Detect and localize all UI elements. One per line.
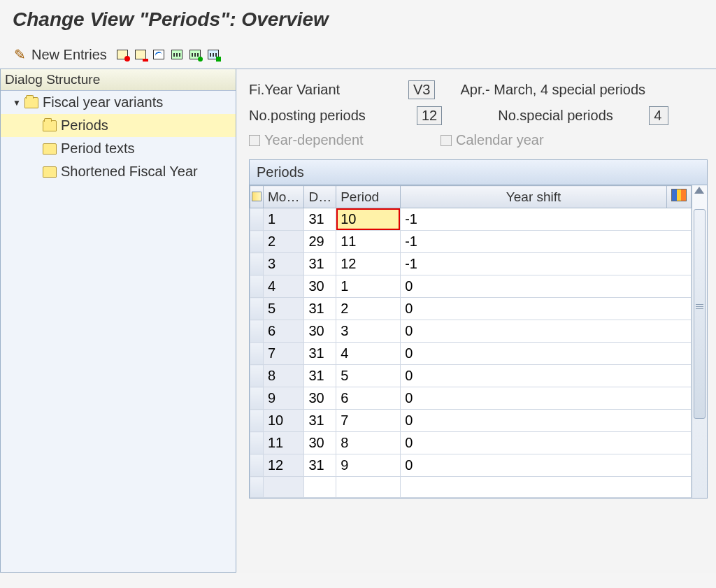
cell-day[interactable]: 30: [304, 275, 336, 298]
cell-period[interactable]: 10: [336, 208, 401, 231]
cell-month[interactable]: 7: [264, 343, 304, 365]
table-row[interactable]: 73140: [250, 343, 692, 365]
cell-period[interactable]: 9: [336, 454, 401, 477]
cell-month[interactable]: 3: [264, 253, 304, 275]
tree-child-node[interactable]: Shortened Fiscal Year: [1, 160, 236, 183]
table-row[interactable]: 83150: [250, 365, 692, 387]
cell-yearshift[interactable]: 0: [401, 298, 692, 320]
column-header-month[interactable]: Mo…: [264, 186, 304, 208]
undo-icon[interactable]: [152, 48, 166, 62]
table-row[interactable]: 33112-1: [250, 253, 692, 275]
tree-child-node[interactable]: Period texts: [1, 137, 236, 160]
cell-yearshift[interactable]: -1: [401, 231, 692, 253]
cell-period[interactable]: 3: [336, 320, 401, 343]
cell-period[interactable]: 1: [336, 275, 401, 298]
scrollbar-thumb[interactable]: [694, 209, 706, 419]
table-row[interactable]: 103170: [250, 410, 692, 432]
cell-yearshift[interactable]: 0: [401, 320, 692, 343]
cell-period[interactable]: 8: [336, 432, 401, 454]
scroll-up-icon[interactable]: [694, 187, 704, 194]
row-selector[interactable]: [250, 208, 264, 231]
cell-yearshift[interactable]: 0: [401, 432, 692, 454]
cell-day[interactable]: 31: [304, 208, 336, 231]
select-all-icon[interactable]: [170, 48, 184, 62]
cell-yearshift[interactable]: 0: [401, 343, 692, 365]
cell-yearshift[interactable]: -1: [401, 208, 692, 231]
row-selector[interactable]: [250, 387, 264, 410]
edit-icon[interactable]: ✎: [14, 46, 26, 63]
cell-day[interactable]: 31: [304, 454, 336, 477]
table-row[interactable]: 13110-1: [250, 208, 692, 231]
cell-yearshift[interactable]: 0: [401, 454, 692, 477]
cell-day[interactable]: 31: [304, 410, 336, 432]
cell-period[interactable]: 7: [336, 410, 401, 432]
cell-month[interactable]: 4: [264, 275, 304, 298]
deselect-all-icon[interactable]: [206, 48, 220, 62]
cell-day[interactable]: 31: [304, 253, 336, 275]
cell-yearshift[interactable]: -1: [401, 253, 692, 275]
cell-period[interactable]: [336, 477, 401, 498]
vertical-scrollbar[interactable]: [692, 185, 707, 498]
cell-month[interactable]: 1: [264, 208, 304, 231]
table-row[interactable]: 43010: [250, 275, 692, 298]
cell-period[interactable]: 4: [336, 343, 401, 365]
column-header-period[interactable]: Period: [336, 186, 401, 208]
table-row-empty[interactable]: [250, 477, 692, 498]
cell-yearshift[interactable]: 0: [401, 275, 692, 298]
new-entries-button[interactable]: New Entries: [31, 47, 107, 63]
table-row[interactable]: 113080: [250, 432, 692, 454]
cell-day[interactable]: 31: [304, 365, 336, 387]
variant-code-field[interactable]: V3: [408, 80, 435, 99]
table-row[interactable]: 123190: [250, 454, 692, 477]
select-block-icon[interactable]: [188, 48, 202, 62]
cell-day[interactable]: 30: [304, 387, 336, 410]
cell-month[interactable]: 2: [264, 231, 304, 253]
cell-day[interactable]: 30: [304, 320, 336, 343]
cell-yearshift[interactable]: 0: [401, 387, 692, 410]
periods-table[interactable]: Mo… D… Period Year shift 13110-122911-13…: [250, 185, 692, 498]
cell-month[interactable]: [264, 477, 304, 498]
special-periods-field[interactable]: 4: [649, 106, 668, 125]
row-selector[interactable]: [250, 275, 264, 298]
cell-month[interactable]: 6: [264, 320, 304, 343]
cell-month[interactable]: 9: [264, 387, 304, 410]
cell-day[interactable]: 31: [304, 298, 336, 320]
cell-month[interactable]: 5: [264, 298, 304, 320]
cell-yearshift[interactable]: 0: [401, 410, 692, 432]
cell-period[interactable]: 2: [336, 298, 401, 320]
cell-yearshift[interactable]: [401, 477, 692, 498]
cell-day[interactable]: [304, 477, 336, 498]
table-row[interactable]: 63030: [250, 320, 692, 343]
cell-month[interactable]: 8: [264, 365, 304, 387]
column-header-yearshift[interactable]: Year shift: [401, 186, 667, 208]
table-row[interactable]: 93060: [250, 387, 692, 410]
row-selector[interactable]: [250, 343, 264, 365]
table-row[interactable]: 53120: [250, 298, 692, 320]
table-row[interactable]: 22911-1: [250, 231, 692, 253]
row-selector[interactable]: [250, 320, 264, 343]
cell-month[interactable]: 10: [264, 410, 304, 432]
cell-period[interactable]: 5: [336, 365, 401, 387]
cell-month[interactable]: 12: [264, 454, 304, 477]
cell-day[interactable]: 29: [304, 231, 336, 253]
cell-day[interactable]: 31: [304, 343, 336, 365]
cell-day[interactable]: 30: [304, 432, 336, 454]
expand-collapse-icon[interactable]: ▼: [12, 98, 22, 108]
column-header-day[interactable]: D…: [304, 186, 336, 208]
cell-period[interactable]: 6: [336, 387, 401, 410]
column-config-icon[interactable]: [667, 186, 692, 208]
row-selector[interactable]: [250, 365, 264, 387]
row-selector[interactable]: [250, 253, 264, 275]
row-selector[interactable]: [250, 298, 264, 320]
cell-month[interactable]: 11: [264, 432, 304, 454]
row-selector[interactable]: [250, 231, 264, 253]
select-all-rows-icon[interactable]: [250, 186, 264, 208]
cell-period[interactable]: 12: [336, 253, 401, 275]
tree-child-node[interactable]: Periods: [1, 114, 236, 137]
tree-root-node[interactable]: ▼ Fiscal year variants: [1, 91, 236, 114]
delete-icon[interactable]: [134, 48, 148, 62]
cell-yearshift[interactable]: 0: [401, 365, 692, 387]
cell-period[interactable]: 11: [336, 231, 401, 253]
copy-icon[interactable]: [115, 48, 129, 62]
row-selector[interactable]: [250, 432, 264, 454]
